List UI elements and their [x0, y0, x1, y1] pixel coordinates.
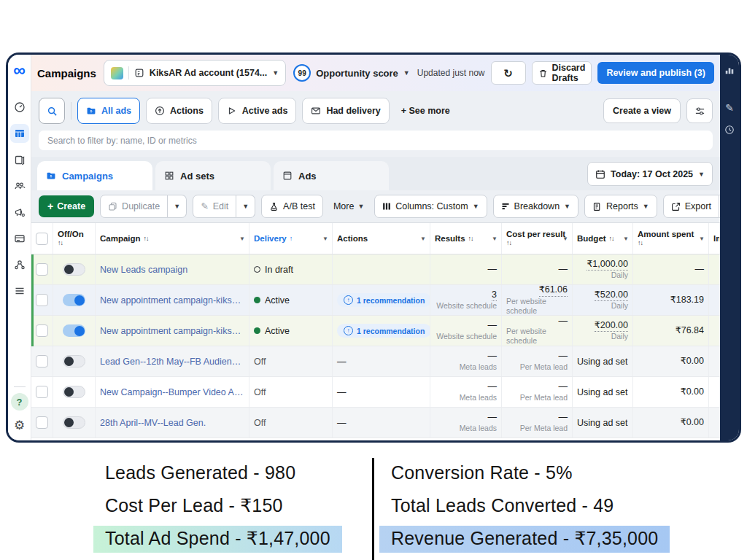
- filter-chip-had-delivery[interactable]: Had delivery: [302, 98, 389, 124]
- campaign-toggle[interactable]: [63, 324, 85, 337]
- meta-logo-icon[interactable]: ∞: [13, 61, 25, 80]
- column-header-delivery[interactable]: Delivery↑▼: [249, 223, 333, 254]
- review-publish-button[interactable]: Review and publish (3): [597, 62, 713, 84]
- column-header-budget[interactable]: Budget↑↓▼: [573, 223, 633, 254]
- opportunity-score[interactable]: 99 Opportunity score ▼: [293, 64, 410, 82]
- column-header-offon[interactable]: Off/On↑↓: [53, 223, 96, 254]
- bar-chart-icon[interactable]: [724, 65, 735, 75]
- pencil-icon[interactable]: ✎: [725, 103, 734, 113]
- create-button[interactable]: +Create: [39, 195, 94, 217]
- discard-drafts-button[interactable]: Discard Drafts: [532, 61, 592, 85]
- clock-icon[interactable]: [724, 125, 735, 135]
- row-checkbox[interactable]: [36, 355, 48, 368]
- campaign-link[interactable]: Lead Gen--12th May--FB Audience--MV: [100, 357, 244, 367]
- sort-icon[interactable]: ↑↓: [468, 235, 473, 242]
- row-checkbox[interactable]: [36, 416, 48, 429]
- campaign-link[interactable]: New appointment campaign-kiksy*Multifly …: [100, 295, 244, 306]
- sidebar-item-gauge[interactable]: [10, 98, 29, 117]
- edit-dropdown[interactable]: ▼: [236, 195, 255, 218]
- column-menu-icon[interactable]: ▼: [322, 236, 328, 242]
- row-checkbox[interactable]: [36, 324, 48, 337]
- more-label: More: [333, 201, 354, 211]
- row-checkbox[interactable]: [36, 263, 48, 276]
- table-row[interactable]: New Leads campaignIn draft——₹1,000.00Dai…: [31, 254, 720, 285]
- refresh-button[interactable]: ↻: [491, 61, 526, 85]
- campaign-link[interactable]: New appointment campaign-kiksy*Multifly: [100, 326, 244, 336]
- filter-chip-actions[interactable]: Actions: [146, 98, 212, 124]
- columns-button[interactable]: Columns: Custom ▼: [374, 195, 487, 218]
- tab-campaigns[interactable]: Campaigns: [37, 161, 152, 190]
- column-header-impressions[interactable]: Im: [709, 223, 720, 254]
- column-header-actions[interactable]: Actions▼: [333, 223, 430, 254]
- amount-spent-value: ₹76.84: [676, 325, 704, 337]
- campaign-toggle[interactable]: [63, 263, 85, 276]
- reports-button[interactable]: Reports ▼: [584, 195, 657, 218]
- recommendation-pill[interactable]: ↑1 recommendation: [337, 324, 430, 338]
- column-header-amount[interactable]: Amount spent↑↓▼: [633, 223, 709, 254]
- export-button[interactable]: Export: [663, 195, 719, 218]
- table-row[interactable]: 28th April--MV--Lead Gen.Off——Meta leads…: [31, 408, 720, 438]
- column-header-cost[interactable]: Cost per result↑↓▼: [502, 223, 573, 254]
- column-menu-icon[interactable]: ▼: [492, 236, 498, 242]
- campaign-toggle[interactable]: [63, 416, 85, 429]
- ab-test-button[interactable]: A/B test: [261, 195, 323, 218]
- help-icon[interactable]: ?: [11, 393, 28, 411]
- column-menu-icon[interactable]: ▼: [623, 236, 629, 242]
- table-row[interactable]: New appointment campaign-kiksy*MultiflyA…: [31, 316, 720, 346]
- row-checkbox[interactable]: [36, 386, 48, 398]
- table-row[interactable]: Lead Gen--12th May--FB Audience--MVOff——…: [31, 346, 720, 377]
- sort-icon[interactable]: ↑↓: [144, 235, 149, 242]
- filter-chip-active-ads[interactable]: Active ads: [218, 98, 297, 124]
- table-row[interactable]: New appointment campaign-kiksy*Multifly …: [31, 285, 720, 316]
- column-header-results[interactable]: Results↑↓▼: [430, 223, 502, 254]
- duplicate-dropdown[interactable]: ▼: [168, 195, 187, 218]
- campaign-link[interactable]: 28th April--MV--Lead Gen.: [100, 418, 206, 428]
- recommendation-pill[interactable]: ↑1 recommendation: [337, 293, 430, 307]
- campaign-toggle[interactable]: [63, 294, 85, 306]
- search-button[interactable]: [39, 98, 65, 124]
- sidebar-item-audiences[interactable]: [10, 176, 29, 195]
- more-button[interactable]: More▼: [329, 201, 368, 211]
- see-more-filters[interactable]: + See more: [395, 106, 456, 116]
- sidebar-item-assets-org[interactable]: [10, 255, 29, 274]
- date-range-selector[interactable]: Today: 17 Oct 2025 ▼: [587, 162, 713, 186]
- column-menu-icon[interactable]: ▼: [562, 236, 568, 242]
- column-menu-icon[interactable]: ▼: [699, 236, 705, 242]
- cost-per-result-value: —: [559, 264, 568, 276]
- filter-settings-button[interactable]: [686, 98, 713, 123]
- sort-icon[interactable]: ↑↓: [506, 239, 565, 246]
- sidebar-item-ads-megaphone[interactable]: [10, 203, 29, 222]
- sort-icon[interactable]: ↑↓: [638, 239, 694, 246]
- sort-icon[interactable]: ↑↓: [58, 239, 84, 246]
- budget-sublabel: Daily: [611, 271, 628, 280]
- select-all-checkbox[interactable]: [36, 233, 48, 245]
- sidebar-item-pages[interactable]: [10, 150, 29, 169]
- search-input[interactable]: [39, 131, 713, 150]
- breakdown-button[interactable]: Breakdown ▼: [493, 195, 578, 218]
- campaign-toggle[interactable]: [63, 386, 85, 398]
- campaign-link[interactable]: New Leads campaign: [100, 265, 187, 275]
- sort-icon[interactable]: ↑↓: [609, 235, 614, 242]
- filter-chip-all-ads[interactable]: All ads: [77, 98, 140, 124]
- column-menu-icon[interactable]: ▼: [239, 236, 245, 242]
- tab-ad-sets[interactable]: Ad sets: [155, 161, 271, 190]
- tab-ads[interactable]: Ads: [274, 161, 389, 190]
- sidebar-item-campaigns-table[interactable]: [10, 124, 29, 143]
- table-row[interactable]: New Campaign--Bumper Video Ad--MV--29t..…: [31, 377, 720, 408]
- delivery-status: In draft: [265, 265, 293, 275]
- duplicate-button[interactable]: Duplicate: [100, 195, 168, 218]
- settings-gear-icon[interactable]: ⚙: [14, 418, 25, 433]
- campaign-toggle[interactable]: [63, 355, 85, 368]
- sidebar-item-all-tools-menu[interactable]: [10, 281, 29, 300]
- row-checkbox[interactable]: [36, 294, 48, 306]
- create-view-button[interactable]: Create a view: [603, 98, 681, 123]
- audiences-icon: [14, 180, 26, 192]
- sort-icon[interactable]: ↑: [290, 235, 293, 242]
- column-menu-icon[interactable]: ▼: [420, 236, 426, 242]
- ad-account-selector[interactable]: KiksAR Ad account (1574... ▼: [104, 60, 286, 86]
- campaign-link[interactable]: New Campaign--Bumper Video Ad--MV--29t..…: [100, 387, 244, 397]
- column-header-campaign[interactable]: Campaign↑↓▼: [96, 223, 249, 254]
- edit-button[interactable]: ✎ Edit: [193, 195, 236, 218]
- cost-per-result-cell: ₹61.06Per website schedule: [502, 285, 573, 315]
- sidebar-item-billing-card[interactable]: [10, 229, 29, 248]
